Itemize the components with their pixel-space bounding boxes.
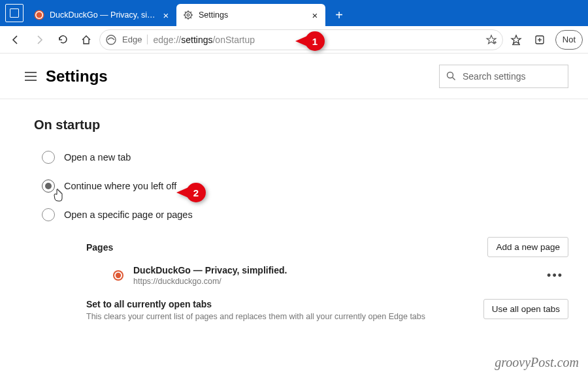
section-title: On startup bbox=[34, 117, 568, 132]
use-all-open-tabs-button[interactable]: Use all open tabs bbox=[483, 299, 568, 319]
svg-line-24 bbox=[453, 78, 455, 80]
svg-point-23 bbox=[448, 72, 453, 78]
browser-titlebar: DuckDuckGo — Privacy, simplified. × Sett… bbox=[0, 0, 588, 26]
close-icon[interactable]: × bbox=[161, 10, 171, 20]
radio-icon[interactable] bbox=[42, 208, 55, 221]
hamburger-menu-button[interactable] bbox=[20, 65, 42, 87]
address-site-label: Edge bbox=[122, 35, 148, 44]
svg-point-4 bbox=[187, 14, 189, 16]
cursor-hand-icon bbox=[52, 189, 64, 202]
pages-label: Pages bbox=[86, 242, 113, 253]
refresh-button[interactable] bbox=[52, 29, 73, 50]
radio-label: Continue where you left off bbox=[64, 181, 176, 191]
settings-content: On startup Open a new tab Continue where… bbox=[0, 99, 588, 321]
radio-icon[interactable] bbox=[42, 151, 55, 164]
watermark: groovyPost.com bbox=[495, 355, 579, 370]
search-settings-input[interactable]: Search settings bbox=[439, 65, 568, 88]
not-syncing-button[interactable]: Not bbox=[555, 30, 583, 50]
more-options-button[interactable]: ••• bbox=[542, 266, 568, 285]
radio-continue-where-left-off[interactable]: Continue where you left off bbox=[42, 179, 568, 193]
duckduckgo-icon bbox=[34, 10, 44, 20]
radio-label: Open a new tab bbox=[64, 152, 131, 163]
browser-toolbar: Edge edge://settings/onStartup Not bbox=[0, 26, 588, 54]
page-item-url: https://duckduckgo.com/ bbox=[133, 277, 287, 286]
add-page-button[interactable]: Add a new page bbox=[487, 237, 568, 257]
svg-line-12 bbox=[191, 12, 192, 13]
radio-open-specific-pages[interactable]: Open a specific page or pages bbox=[42, 208, 568, 221]
address-bar[interactable]: Edge edge://settings/onStartup bbox=[99, 29, 503, 50]
svg-line-10 bbox=[191, 18, 192, 19]
svg-line-9 bbox=[185, 12, 186, 13]
settings-header: Settings Search settings bbox=[0, 54, 588, 99]
set-all-title: Set to all currently open tabs bbox=[86, 299, 425, 309]
svg-point-2 bbox=[37, 12, 42, 18]
tab-label: DuckDuckGo — Privacy, simplified. bbox=[50, 10, 155, 20]
back-button[interactable] bbox=[5, 29, 26, 50]
svg-point-27 bbox=[116, 273, 121, 278]
page-title: Settings bbox=[46, 67, 108, 86]
page-item-title: DuckDuckGo — Privacy, simplified. bbox=[133, 265, 287, 275]
gear-icon bbox=[183, 10, 193, 20]
favorite-add-icon[interactable] bbox=[485, 34, 497, 46]
duckduckgo-icon bbox=[112, 270, 124, 281]
radio-icon[interactable] bbox=[42, 179, 55, 193]
set-all-desc: This clears your current list of pages a… bbox=[86, 312, 425, 321]
svg-line-11 bbox=[185, 18, 186, 19]
edge-logo-icon bbox=[105, 34, 117, 46]
search-icon bbox=[446, 71, 456, 81]
new-tab-button[interactable]: + bbox=[329, 5, 349, 25]
radio-label: Open a specific page or pages bbox=[64, 210, 193, 220]
search-placeholder: Search settings bbox=[463, 71, 526, 82]
forward-button[interactable] bbox=[29, 29, 50, 50]
favorites-button[interactable] bbox=[506, 29, 527, 50]
close-icon[interactable]: × bbox=[310, 10, 320, 20]
home-button[interactable] bbox=[76, 29, 97, 50]
window-icon bbox=[5, 4, 24, 22]
collections-button[interactable] bbox=[529, 29, 550, 50]
address-url: edge://settings/onStartup bbox=[153, 35, 255, 45]
tab-duckduckgo[interactable]: DuckDuckGo — Privacy, simplified. × bbox=[27, 4, 176, 26]
tab-label: Settings bbox=[199, 10, 304, 20]
radio-open-new-tab[interactable]: Open a new tab bbox=[42, 151, 568, 164]
tab-settings[interactable]: Settings × bbox=[176, 4, 325, 26]
startup-page-item: DuckDuckGo — Privacy, simplified. https:… bbox=[112, 265, 568, 286]
